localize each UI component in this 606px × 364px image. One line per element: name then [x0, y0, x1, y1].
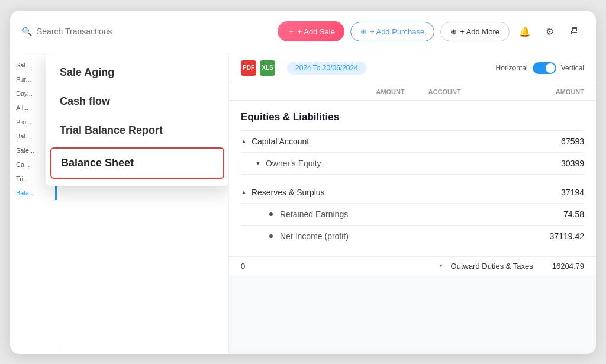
- bottom-left-value: 0: [241, 262, 245, 270]
- capital-account-row[interactable]: ▲ Capital Account 67593: [241, 131, 584, 152]
- bullet-icon2: [269, 234, 273, 238]
- add-more-button[interactable]: ⊕ + Add More: [440, 22, 510, 41]
- net-income-value: 37119.42: [550, 231, 584, 241]
- col-header-amount2: AMOUNT: [556, 83, 584, 100]
- chevron-down-icon: ▼: [255, 160, 261, 166]
- dropdown-item-cash-flow[interactable]: Cash flow: [46, 87, 229, 116]
- bottom-right: ▼ Outward Duties & Taxes 16204.79: [439, 262, 584, 270]
- topbar: 🔍 ＋ + Add Sale ⊕ + Add Purchase ⊕ + Add …: [10, 11, 596, 53]
- add-more-icon: ⊕: [450, 27, 457, 36]
- toggle-horizontal-label: Horizontal: [496, 64, 528, 72]
- net-income-label: Net Income (profit): [241, 231, 349, 241]
- outward-duties-row[interactable]: ▼ Outward Duties & Taxes: [439, 262, 533, 270]
- topbar-actions: ＋ + Add Sale ⊕ + Add Purchase ⊕ + Add Mo…: [278, 21, 584, 41]
- toggle-vertical-label: Vertical: [561, 64, 584, 72]
- dropdown-menu: Sale Aging Cash flow Trial Balance Repor…: [46, 53, 229, 186]
- search-input[interactable]: [37, 27, 131, 36]
- capital-account-label: ▲ Capital Account: [241, 137, 309, 146]
- add-sale-icon: ＋: [287, 26, 295, 37]
- notification-icon[interactable]: 🔔: [515, 22, 534, 41]
- sidebar-item-balancesheet[interactable]: Bala...: [10, 186, 57, 200]
- search-icon: 🔍: [22, 27, 32, 36]
- owners-equity-text: Owner's Equity: [266, 159, 321, 168]
- owners-equity-label: ▼ Owner's Equity: [241, 159, 321, 168]
- chevron-up-icon: ▲: [241, 138, 247, 144]
- add-more-label: + Add More: [460, 27, 499, 36]
- add-sale-button[interactable]: ＋ + Add Sale: [278, 21, 344, 41]
- export-icons: PDF XLS: [241, 60, 275, 76]
- retained-earnings-label: Retained Earnings: [241, 210, 348, 219]
- spacer1: [241, 175, 584, 182]
- reserves-surplus-row[interactable]: ▲ Reserves & Surplus 37194: [241, 182, 584, 203]
- bottom-strip: 0 ▼ Outward Duties & Taxes 16204.79: [229, 256, 596, 275]
- col-header-account: ACCOUNT: [428, 83, 461, 100]
- chevron-up-icon2: ▲: [241, 189, 247, 195]
- retained-earnings-row[interactable]: Retained Earnings 74.58: [241, 204, 584, 225]
- content-area: Sal... Pur... Day... All... Pro... Bal..…: [10, 53, 596, 354]
- net-income-row[interactable]: Net Income (profit) 37119.42: [241, 226, 584, 247]
- table-col-headers: AMOUNT ACCOUNT AMOUNT: [229, 83, 596, 101]
- dropdown-item-balance-sheet[interactable]: Balance Sheet: [50, 147, 224, 179]
- owners-equity-value: 30399: [561, 159, 584, 168]
- capital-account-value: 67593: [561, 137, 584, 146]
- settings-icon[interactable]: ⚙: [540, 22, 559, 41]
- dropdown-item-trial-balance[interactable]: Trial Balance Report: [46, 116, 229, 145]
- reserves-surplus-label: ▲ Reserves & Surplus: [241, 188, 325, 197]
- retained-earnings-value: 74.58: [563, 210, 584, 219]
- add-purchase-button[interactable]: ⊕ + Add Purchase: [350, 22, 434, 41]
- toggle-area: Horizontal Vertical: [496, 62, 584, 74]
- chevron-down-icon3: ▼: [439, 263, 444, 269]
- outward-duties-value: 16204.79: [552, 262, 584, 270]
- export-xls-button[interactable]: XLS: [260, 60, 275, 76]
- reserves-surplus-value: 37194: [561, 188, 584, 197]
- retained-earnings-text: Retained Earnings: [280, 210, 348, 219]
- search-area: 🔍: [22, 27, 278, 36]
- reserves-surplus-text: Reserves & Surplus: [252, 188, 325, 197]
- col-header-amount1: AMOUNT: [376, 83, 404, 100]
- add-sale-label: + Add Sale: [298, 27, 335, 36]
- bullet-icon1: [269, 212, 273, 216]
- date-range-badge[interactable]: 2024 To 20/06/2024: [287, 62, 366, 75]
- main-container: 🔍 ＋ + Add Sale ⊕ + Add Purchase ⊕ + Add …: [10, 11, 596, 354]
- capital-account-text: Capital Account: [252, 137, 309, 146]
- print-icon[interactable]: 🖶: [565, 22, 584, 41]
- report-toolbar: PDF XLS 2024 To 20/06/2024 Horizontal Ve…: [229, 53, 596, 83]
- outward-duties-label: Outward Duties & Taxes: [451, 262, 533, 270]
- orientation-toggle[interactable]: [533, 62, 556, 74]
- sidebar: Sal... Pur... Day... All... Pro... Bal..…: [10, 53, 229, 354]
- add-purchase-label: + Add Purchase: [370, 27, 424, 36]
- equities-section: Equities & Liabilities ▲ Capital Account…: [229, 101, 596, 256]
- net-income-text: Net Income (profit): [280, 231, 349, 241]
- dropdown-item-sale-aging[interactable]: Sale Aging: [46, 58, 229, 87]
- add-purchase-icon: ⊕: [360, 27, 367, 36]
- owners-equity-row[interactable]: ▼ Owner's Equity 30399: [241, 153, 584, 174]
- export-pdf-button[interactable]: PDF: [241, 60, 256, 76]
- main-panel: PDF XLS 2024 To 20/06/2024 Horizontal Ve…: [229, 53, 596, 354]
- section-title: Equities & Liabilities: [241, 101, 584, 131]
